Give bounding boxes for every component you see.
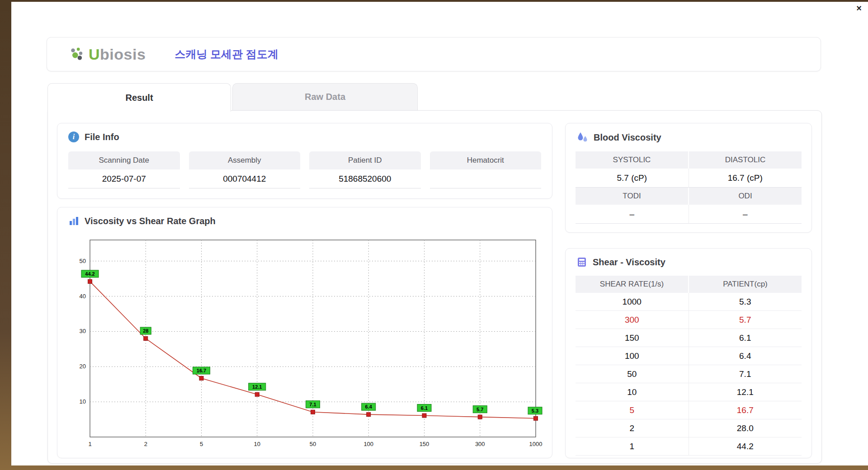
bv-label-systolic: SYSTOLIC (576, 151, 688, 169)
shear-viscosity-card: Shear - Viscosity SHEAR RATE(1/s)PATIENT… (565, 248, 812, 458)
file-info-title: File Info (85, 132, 119, 142)
shear-rate-cell: 1 (576, 437, 689, 456)
titlebar: × (11, 2, 868, 14)
svg-text:44.2: 44.2 (85, 271, 94, 277)
svg-text:6.1: 6.1 (421, 405, 428, 411)
file-info-title-row: i File Info (68, 132, 119, 142)
bv-label-odi: ODI (688, 188, 802, 205)
table-row: 10005.3 (576, 293, 802, 311)
bar-chart-icon (68, 216, 79, 226)
patient-value-cell: 16.7 (689, 401, 802, 419)
shear-rate-cell: 150 (576, 329, 689, 347)
table-row: 1006.4 (576, 347, 802, 365)
patient-value-cell: 7.1 (689, 365, 802, 383)
field-label: Scanning Date (68, 151, 180, 169)
blood-viscosity-card: Blood Viscosity SYSTOLICDIASTOLIC5.7 (cP… (565, 123, 812, 233)
shear-rate-cell: 300 (576, 311, 689, 329)
patient-value-cell: 5.7 (689, 311, 802, 329)
svg-text:28: 28 (143, 328, 148, 334)
patient-value-cell: 6.1 (689, 329, 802, 347)
shear-rate-cell: 5 (576, 401, 689, 419)
logo: Ubiosis (69, 46, 146, 63)
bv-value-odi: – (689, 205, 802, 224)
svg-text:50: 50 (310, 441, 316, 447)
column-header: SHEAR RATE(1/s) (576, 276, 688, 293)
shear-rate-cell: 100 (576, 347, 689, 365)
svg-text:7.1: 7.1 (309, 402, 316, 407)
svg-text:16.7: 16.7 (197, 368, 206, 373)
field-scanning-date: Scanning Date2025-07-07 (68, 151, 180, 188)
svg-text:1000: 1000 (529, 441, 542, 447)
svg-text:10: 10 (80, 398, 86, 405)
field-patient-id: Patient ID51868520600 (309, 151, 421, 188)
svg-text:10: 10 (254, 441, 260, 447)
page-title: 스캐닝 모세관 점도계 (175, 47, 278, 61)
bv-value-row: 5.7 (cP)16.7 (cP) (576, 169, 802, 188)
patient-value-cell: 44.2 (689, 437, 802, 456)
svg-text:300: 300 (475, 441, 485, 447)
app-window: × Ubiosis 스캐닝 모세관 점도계 ResultRaw Data i F… (11, 2, 868, 465)
file-info-card: i File Info Scanning Date2025-07-07Assem… (57, 123, 552, 199)
bv-value-systolic: 5.7 (cP) (576, 169, 689, 188)
svg-text:20: 20 (80, 363, 86, 370)
shear-rate-cell: 50 (576, 365, 689, 383)
field-value (430, 169, 542, 188)
blood-viscosity-title-row: Blood Viscosity (576, 132, 661, 143)
close-icon[interactable]: × (856, 3, 862, 14)
svg-text:50: 50 (80, 258, 86, 264)
bv-value-row: –– (576, 205, 802, 224)
logo-text: Ubiosis (89, 46, 146, 63)
header: Ubiosis 스캐닝 모세관 점도계 (47, 37, 821, 71)
tab-result[interactable]: Result (47, 83, 231, 112)
graph-title-row: Viscosity vs Shear Rate Graph (68, 216, 216, 226)
leaf-dots-icon (69, 46, 85, 62)
svg-text:5.3: 5.3 (532, 408, 538, 414)
svg-text:12.1: 12.1 (252, 384, 262, 390)
table-row: 516.7 (576, 401, 802, 419)
patient-value-cell: 12.1 (689, 383, 802, 401)
droplets-icon (576, 132, 588, 143)
field-hematocrit: Hematocrit (430, 151, 542, 188)
shear-title: Shear - Viscosity (593, 257, 665, 268)
bv-value-diastolic: 16.7 (cP) (689, 169, 802, 188)
svg-text:40: 40 (80, 293, 86, 300)
shear-rate-cell: 1000 (576, 293, 689, 311)
svg-text:5: 5 (200, 441, 203, 447)
svg-text:2: 2 (144, 441, 147, 447)
bv-label-row: TODIODI (576, 188, 802, 205)
viscosity-chart: 10203040501251050100150300100044.22816.7… (69, 235, 543, 452)
field-assembly: Assembly000704412 (189, 151, 301, 188)
table-row: 507.1 (576, 365, 802, 383)
svg-text:150: 150 (420, 441, 429, 447)
shear-title-row: Shear - Viscosity (576, 257, 665, 268)
shear-header-row: SHEAR RATE(1/s)PATIENT(cp) (576, 276, 802, 293)
field-value: 2025-07-07 (68, 169, 180, 188)
bv-value-todi: – (576, 205, 689, 224)
tab-raw-data[interactable]: Raw Data (232, 83, 418, 110)
field-value: 51868520600 (309, 169, 421, 188)
svg-text:5.7: 5.7 (476, 407, 483, 412)
svg-text:30: 30 (80, 328, 86, 334)
shear-rate-cell: 10 (576, 383, 689, 401)
shear-table: SHEAR RATE(1/s)PATIENT(cp)10005.33005.71… (576, 276, 802, 456)
info-icon: i (68, 132, 79, 142)
field-value: 000704412 (189, 169, 301, 188)
field-label: Patient ID (309, 151, 421, 169)
table-row: 3005.7 (576, 311, 802, 329)
table-row: 1012.1 (576, 383, 802, 401)
field-label: Hematocrit (430, 151, 542, 169)
bv-label-diastolic: DIASTOLIC (688, 151, 802, 169)
patient-value-cell: 6.4 (689, 347, 802, 365)
graph-title: Viscosity vs Shear Rate Graph (85, 216, 216, 226)
patient-value-cell: 28.0 (689, 419, 802, 437)
column-header: PATIENT(cp) (688, 276, 802, 293)
svg-text:6.4: 6.4 (365, 404, 373, 409)
blood-viscosity-grid: SYSTOLICDIASTOLIC5.7 (cP)16.7 (cP)TODIOD… (576, 151, 802, 224)
blood-viscosity-title: Blood Viscosity (594, 132, 661, 143)
svg-text:100: 100 (363, 441, 373, 447)
svg-text:1: 1 (88, 441, 91, 447)
table-row: 1506.1 (576, 329, 802, 347)
table-row: 144.2 (576, 437, 802, 456)
file-info-fields: Scanning Date2025-07-07Assembly000704412… (68, 151, 541, 188)
graph-card: Viscosity vs Shear Rate Graph 1020304050… (57, 207, 552, 458)
